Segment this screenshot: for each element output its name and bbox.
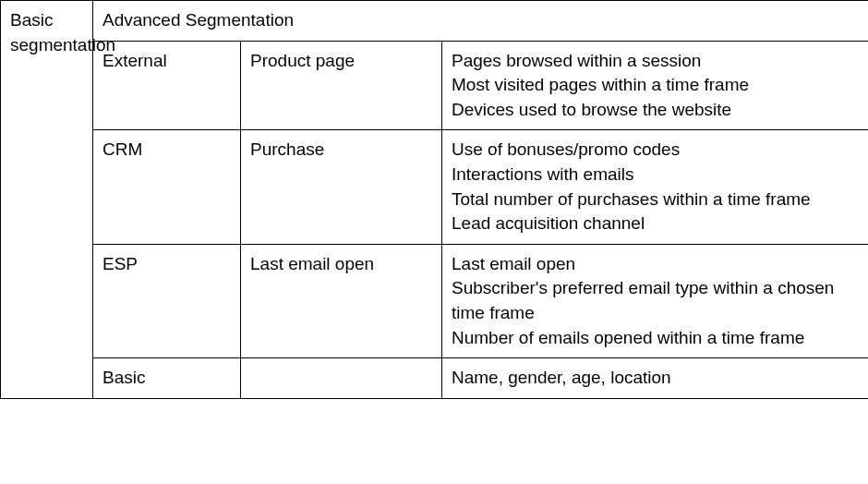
advanced-segmentation-header: Advanced Segmentation — [93, 1, 869, 42]
list-item: Subscriber's preferred email type within… — [452, 276, 859, 325]
cell-col1: CRM — [93, 130, 241, 244]
cell-col1: ESP — [93, 244, 241, 357]
list-item: Interactions with emails — [452, 163, 859, 188]
list-item: Use of bonuses/promo codes — [452, 138, 859, 163]
list-item: Devices used to browse the website — [452, 98, 859, 123]
table-row: Basic Name, gender, age, location — [1, 358, 869, 399]
list-item: Pages browsed within a session — [452, 49, 859, 74]
cell-col3: Use of bonuses/promo codes Interactions … — [442, 130, 869, 244]
cell-col1: Basic — [93, 358, 241, 399]
cell-col2 — [241, 358, 442, 399]
cell-col2: Purchase — [241, 130, 442, 244]
list-item: Last email open — [452, 252, 859, 277]
table-row: ESP Last email open Last email open Subs… — [1, 244, 869, 357]
table-row: CRM Purchase Use of bonuses/promo codes … — [1, 130, 869, 244]
cell-col3: Name, gender, age, location — [442, 358, 869, 399]
table-row: External Product page Pages browsed with… — [1, 41, 869, 130]
cell-col3: Last email open Subscriber's preferred e… — [442, 244, 869, 357]
basic-segmentation-header: Basic segmentation — [1, 1, 93, 399]
cell-col1: External — [93, 41, 241, 130]
list-item: Name, gender, age, location — [452, 366, 859, 391]
cell-col2: Last email open — [241, 244, 442, 357]
segmentation-table: Basic segmentation Advanced Segmentation… — [0, 0, 868, 399]
list-item: Number of emails opened within a time fr… — [452, 326, 859, 351]
list-item: Lead acquisition channel — [452, 212, 859, 236]
cell-col3: Pages browsed within a session Most visi… — [442, 41, 869, 130]
list-item: Total number of purchases within a time … — [452, 188, 859, 212]
list-item: Most visited pages within a time frame — [452, 73, 859, 98]
cell-col2: Product page — [241, 41, 442, 130]
